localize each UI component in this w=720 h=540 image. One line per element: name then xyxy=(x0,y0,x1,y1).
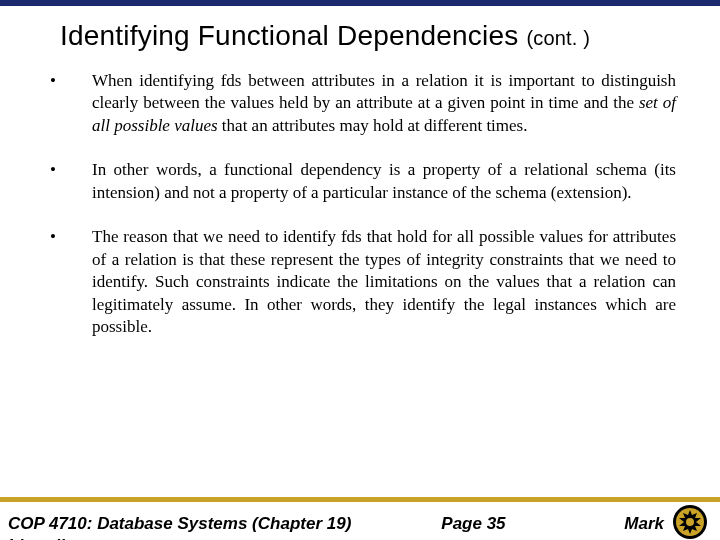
bullet-pre: When identifying fds between attributes … xyxy=(92,71,676,112)
title-area: Identifying Functional Dependencies (con… xyxy=(0,6,720,70)
footer-content: COP 4710: Database Systems (Chapter 19) … xyxy=(0,502,720,540)
bullet-text: The reason that we need to identify fds … xyxy=(92,226,676,338)
content-area: • When identifying fds between attribute… xyxy=(0,70,720,338)
slide-title: Identifying Functional Dependencies (con… xyxy=(60,20,680,52)
bullet-text: When identifying fds between attributes … xyxy=(92,70,676,137)
bullet-marker: • xyxy=(44,70,92,137)
bullet-item: • The reason that we need to identify fd… xyxy=(44,226,676,338)
author-name-cut: Llewellyn xyxy=(8,536,85,540)
bullet-item: • When identifying fds between attribute… xyxy=(44,70,676,137)
bullet-pre: The reason that we need to identify fds … xyxy=(92,227,676,336)
author-name: Mark xyxy=(624,514,664,534)
bullet-text: In other words, a functional dependency … xyxy=(92,159,676,204)
page-number: Page 35 xyxy=(441,514,505,534)
bullet-item: • In other words, a functional dependenc… xyxy=(44,159,676,204)
bullet-post: that an attributes may hold at different… xyxy=(218,116,528,135)
footer: COP 4710: Database Systems (Chapter 19) … xyxy=(0,497,720,540)
bullet-pre: In other words, a functional dependency … xyxy=(92,160,676,201)
title-main: Identifying Functional Dependencies xyxy=(60,20,518,51)
title-cont: (cont. ) xyxy=(526,27,590,49)
course-label: COP 4710: Database Systems (Chapter 19) xyxy=(8,514,351,534)
svg-point-2 xyxy=(686,518,694,526)
bullet-marker: • xyxy=(44,159,92,204)
bullet-marker: • xyxy=(44,226,92,338)
ucf-logo-icon xyxy=(672,504,708,540)
